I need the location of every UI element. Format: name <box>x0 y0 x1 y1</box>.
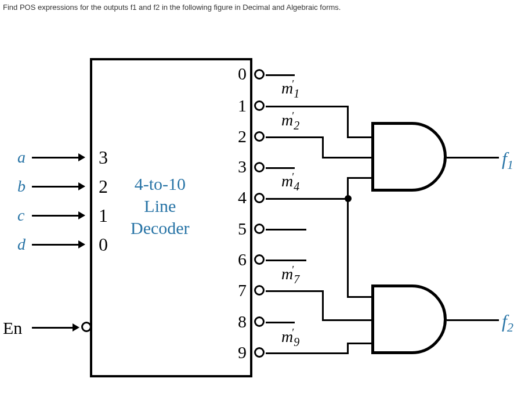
decoder-title-2: Line <box>144 196 176 215</box>
wire-f2-out <box>447 319 499 321</box>
inverter-bubble-icon <box>254 131 265 142</box>
inverter-bubble-icon <box>254 347 265 358</box>
minterm-m7: m′7 <box>281 264 299 286</box>
output-num-9: 9 <box>238 343 247 362</box>
wire-out-8 <box>266 322 295 323</box>
arrowhead-icon <box>78 240 85 248</box>
f-symbol: f <box>502 311 507 332</box>
inverter-bubble-icon <box>254 316 265 327</box>
wire-out-1 <box>266 106 347 107</box>
input-weight-1: 1 <box>99 205 108 226</box>
inverter-bubble-icon <box>254 69 265 80</box>
input-weight-0: 0 <box>99 234 108 255</box>
sub-1: 1 <box>507 157 513 172</box>
input-label-b: b <box>17 177 26 196</box>
sub-9: 9 <box>294 336 299 348</box>
wire-to-gate1-a <box>347 136 373 138</box>
junction-dot-icon <box>345 195 352 202</box>
wire-to-gate2-c <box>347 343 373 344</box>
wire-out-4 <box>266 198 347 200</box>
wire-b <box>32 186 81 188</box>
inverter-bubble-icon <box>254 100 265 111</box>
wire-c <box>32 215 81 217</box>
wire-v-4down <box>347 198 349 298</box>
inverter-bubble-icon <box>254 254 265 265</box>
wire-out-9 <box>266 352 347 354</box>
input-weight-3: 3 <box>99 147 108 168</box>
arrowhead-icon <box>73 323 79 332</box>
inverter-bubble-icon <box>254 285 265 296</box>
and-gate-f1 <box>371 122 447 192</box>
output-num-4: 4 <box>238 188 247 207</box>
output-num-5: 5 <box>238 219 247 239</box>
sub-4: 4 <box>294 180 299 193</box>
input-label-c: c <box>17 206 24 225</box>
output-num-3: 3 <box>238 157 247 177</box>
output-num-7: 7 <box>238 280 247 300</box>
wire-to-gate2-b <box>322 319 373 321</box>
inverter-bubble-icon <box>254 162 265 172</box>
wire-v-9 <box>347 343 349 354</box>
input-label-d: d <box>17 235 26 254</box>
input-label-a: a <box>17 148 26 167</box>
input-weight-2: 2 <box>99 176 108 197</box>
and-rect-icon <box>371 122 412 192</box>
arrowhead-icon <box>78 153 85 161</box>
wire-to-gate2-a <box>347 296 373 298</box>
sub-1: 1 <box>294 87 299 100</box>
wire-f1-out <box>447 157 499 159</box>
sub-2: 2 <box>507 320 513 334</box>
sub-7: 7 <box>294 273 299 286</box>
wire-v-2 <box>322 136 324 157</box>
minterm-m9: m′9 <box>281 327 299 349</box>
and-rect-icon <box>371 284 412 354</box>
arrowhead-icon <box>78 182 85 190</box>
circuit-diagram: a b c d En 4-to-10 Line Decoder 3 2 1 0 … <box>0 35 532 406</box>
inverter-bubble-icon <box>254 224 265 234</box>
wire-a <box>32 157 81 159</box>
and-gate-f2 <box>371 284 447 354</box>
wire-to-gate1-c <box>347 177 373 179</box>
output-num-2: 2 <box>238 127 247 146</box>
sub-2: 2 <box>294 119 299 132</box>
decoder-title-1: 4-to-10 <box>135 174 186 193</box>
decoder-title-3: Decoder <box>131 218 190 237</box>
output-num-6: 6 <box>238 250 247 269</box>
question-text: Find POS expressions for the outputs f1 … <box>3 3 341 12</box>
wire-out-3 <box>266 167 295 169</box>
f-symbol: f <box>502 148 507 169</box>
decoder-title: 4-to-10 Line Decoder <box>131 173 190 239</box>
wire-d <box>32 244 81 246</box>
output-num-8: 8 <box>238 312 247 332</box>
wire-v-7 <box>322 290 324 319</box>
wire-out-7 <box>266 290 324 292</box>
wire-out-2 <box>266 136 324 138</box>
minterm-m4: m′4 <box>281 171 299 193</box>
wire-out-5 <box>266 229 306 230</box>
wire-out-0 <box>266 74 295 76</box>
wire-v-1 <box>347 106 349 136</box>
wire-en <box>32 327 75 329</box>
output-num-0: 0 <box>238 64 247 84</box>
output-label-f1: f1 <box>502 148 513 172</box>
minterm-m2: m′2 <box>281 110 299 132</box>
minterm-m1: m′1 <box>281 78 299 100</box>
output-num-1: 1 <box>238 96 247 116</box>
wire-to-gate1-b <box>322 157 373 159</box>
wire-out-6 <box>266 260 306 261</box>
input-label-en: En <box>3 318 22 338</box>
inverter-bubble-icon <box>254 193 265 203</box>
arrowhead-icon <box>78 211 85 219</box>
output-label-f2: f2 <box>502 311 513 335</box>
